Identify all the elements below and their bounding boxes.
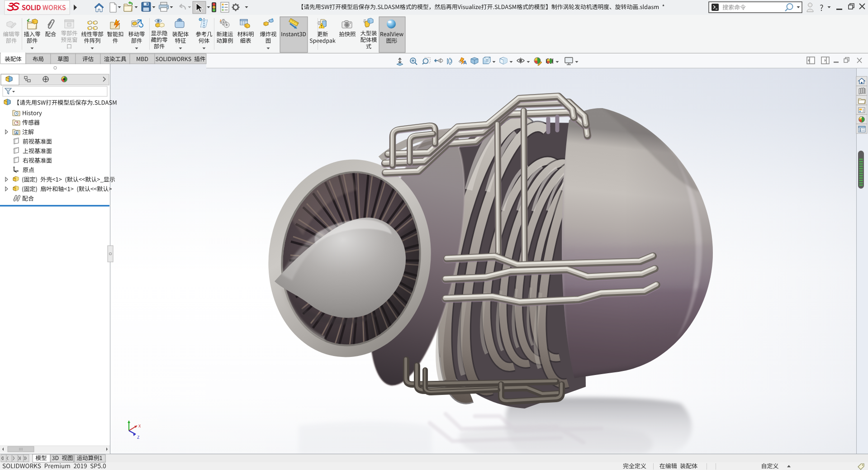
svg-text:A: A (463, 60, 467, 65)
svg-text:A: A (15, 131, 18, 135)
